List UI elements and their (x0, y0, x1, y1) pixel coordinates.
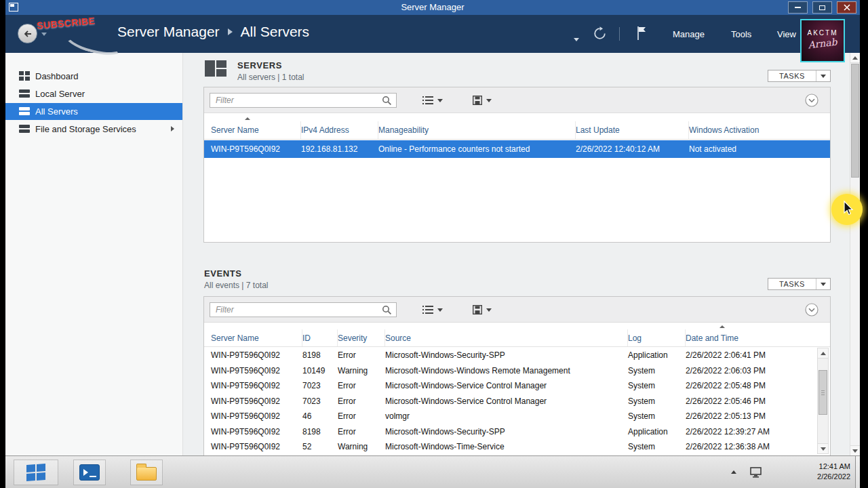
event-row[interactable]: WIN-P9T596Q0I92 10149 Warning Microsoft-… (204, 363, 816, 379)
cell-severity: Error (338, 350, 385, 360)
cell-id: 8198 (302, 350, 338, 360)
nav-divider (619, 27, 620, 41)
servers-tasks-button[interactable]: TASKS (768, 70, 831, 82)
column-header-log[interactable]: Log (628, 329, 686, 346)
dropdown-caret-icon (486, 308, 492, 312)
event-row[interactable]: WIN-P9T596Q0I92 8198 Error Microsoft-Win… (204, 424, 816, 440)
history-caret-icon[interactable] (41, 33, 47, 36)
server-icon (19, 89, 30, 99)
column-header-ipv4[interactable]: IPv4 Address (301, 121, 378, 139)
column-header-server-name[interactable]: Server Name (211, 329, 302, 346)
cell-log: System (628, 442, 686, 451)
scroll-up-icon (852, 56, 858, 60)
cell-severity: Warning (338, 366, 385, 375)
scroll-down-button[interactable] (850, 445, 860, 455)
servers-collapse-button[interactable] (805, 94, 818, 110)
taskbar-clock[interactable]: 12:41 AM 2/26/2022 (817, 462, 850, 482)
column-header-activation[interactable]: Windows Activation (689, 121, 830, 139)
event-row[interactable]: WIN-P9T596Q0I92 8198 Error Microsoft-Win… (204, 348, 816, 363)
notifications-flag-button[interactable] (636, 26, 647, 43)
event-row[interactable]: WIN-P9T596Q0I92 7023 Error Microsoft-Win… (204, 378, 816, 394)
breadcrumb: Server Manager All Servers (117, 24, 309, 40)
cell-log: System (628, 396, 686, 406)
scrollbar-thumb[interactable] (818, 370, 827, 415)
server-row-selected[interactable]: WIN-P9T596Q0I92 192.168.81.132 Online - … (204, 140, 830, 158)
maximize-button[interactable] (812, 1, 832, 14)
powershell-button[interactable] (73, 460, 106, 485)
scroll-down-button[interactable] (818, 443, 828, 453)
sidebar-item-all-servers[interactable]: All Servers (5, 103, 182, 120)
minimize-button[interactable] (788, 1, 808, 14)
column-header-last-update[interactable]: Last Update (576, 121, 689, 139)
events-save-query-button[interactable] (470, 302, 494, 317)
column-header-source[interactable]: Source (385, 329, 628, 346)
servers-save-query-button[interactable] (470, 93, 494, 108)
back-icon (22, 29, 33, 39)
column-header-manageability[interactable]: Manageability (378, 121, 576, 139)
scroll-up-button[interactable] (850, 53, 860, 63)
servers-view-options-button[interactable] (420, 93, 446, 108)
sidebar-item-file-storage[interactable]: File and Storage Services (5, 121, 182, 138)
events-view-options-button[interactable] (420, 302, 446, 317)
menu-manage[interactable]: Manage (673, 15, 705, 53)
collapse-chevron-icon (805, 303, 818, 317)
event-row[interactable]: WIN-P9T596Q0I92 7023 Error Microsoft-Win… (204, 394, 816, 409)
sidebar-item-local-server[interactable]: Local Server (5, 85, 182, 102)
breadcrumb-current[interactable]: All Servers (241, 24, 310, 40)
cell-ipv4: 192.168.81.132 (301, 144, 378, 154)
event-row[interactable]: WIN-P9T596Q0I92 46 Error volmgr System 2… (204, 409, 816, 424)
breadcrumb-root[interactable]: Server Manager (117, 24, 220, 40)
cell-source: volmgr (385, 411, 628, 421)
events-table-body: WIN-P9T596Q0I92 8198 Error Microsoft-Win… (204, 348, 816, 456)
events-scrollbar[interactable] (817, 348, 829, 454)
tray-expand-icon[interactable] (731, 470, 736, 474)
search-icon (382, 96, 392, 106)
start-button[interactable] (14, 460, 58, 485)
scroll-up-button[interactable] (818, 348, 828, 359)
sidebar-item-label: Local Server (35, 89, 85, 99)
event-row[interactable]: WIN-P9T596Q0I92 52 Warning Microsoft-Win… (204, 439, 816, 455)
menu-view[interactable]: View (777, 15, 796, 53)
list-view-icon (422, 96, 433, 104)
column-header-date-time[interactable]: Date and Time (686, 329, 830, 346)
cell-severity: Error (338, 411, 385, 421)
column-header-server-name[interactable]: Server Name (211, 121, 301, 139)
events-filter-bar (204, 297, 830, 323)
events-tasks-button[interactable]: TASKS (768, 278, 831, 290)
events-collapse-button[interactable] (805, 303, 818, 319)
close-button[interactable] (837, 1, 856, 14)
cell-log: System (628, 381, 686, 390)
sidebar: Dashboard Local Server All Servers File … (5, 53, 183, 455)
cell-log: Application (628, 427, 686, 436)
save-icon (473, 305, 482, 314)
scrollbar-thumb[interactable] (851, 64, 859, 178)
cell-severity: Warning (338, 442, 385, 451)
column-header-severity[interactable]: Severity (338, 329, 385, 346)
servers-filter-input[interactable] (210, 93, 397, 108)
cell-source: Microsoft-Windows-Security-SPP (385, 350, 628, 360)
events-table-header: Server Name ID Severity Source Log Date … (204, 329, 830, 347)
main-scrollbar[interactable] (850, 53, 860, 455)
show-desktop-button[interactable] (855, 456, 860, 488)
column-header-id[interactable]: ID (302, 329, 338, 346)
tasks-caret-box (816, 70, 830, 81)
cell-log: System (628, 366, 686, 375)
events-section-subtitle: All events | 7 total (204, 281, 269, 290)
cell-time: 2/26/2022 12:39:27 AM (686, 427, 816, 436)
tasks-caret-icon (821, 75, 826, 78)
cell-id: 52 (302, 442, 338, 451)
scroll-up-icon (821, 352, 826, 355)
back-button[interactable] (18, 24, 37, 43)
events-filter-input[interactable] (210, 302, 397, 317)
menu-tools[interactable]: Tools (731, 15, 751, 53)
dropdown-caret-icon[interactable] (574, 38, 579, 41)
file-explorer-button[interactable] (130, 460, 163, 485)
channel-logo: AKCTM Arnab (800, 19, 845, 62)
refresh-button[interactable] (593, 26, 607, 43)
network-icon[interactable] (750, 467, 762, 478)
cell-activation: Not activated (689, 144, 830, 154)
sidebar-item-dashboard[interactable]: Dashboard (5, 68, 182, 85)
cell-source: Microsoft-Windows-Time-Service (385, 442, 628, 451)
sort-indicator-icon (719, 325, 725, 328)
cell-manageability: Online - Performance counters not starte… (378, 144, 576, 154)
